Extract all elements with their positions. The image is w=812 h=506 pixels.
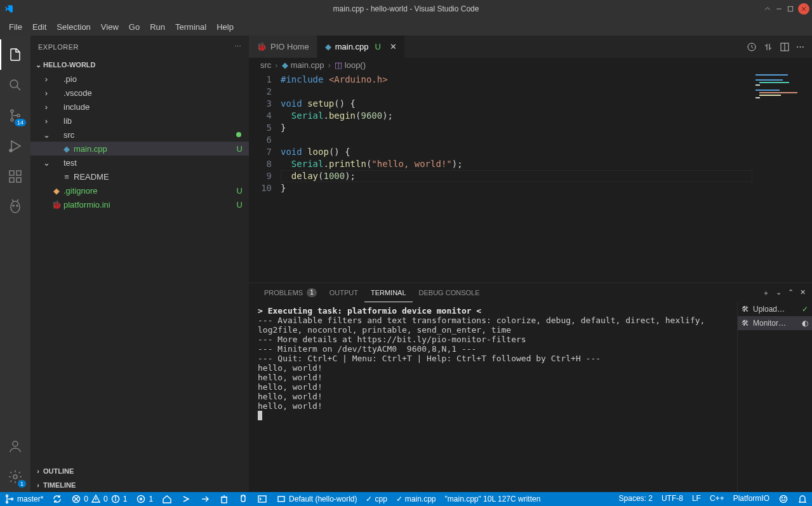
menu-run[interactable]: Run bbox=[145, 18, 170, 36]
svg-point-27 bbox=[11, 498, 13, 500]
maximize-icon[interactable] bbox=[787, 5, 794, 13]
terminal-dropdown-icon[interactable]: ⌄ bbox=[776, 288, 782, 298]
activity-settings[interactable]: 1 bbox=[0, 462, 30, 492]
new-terminal-icon[interactable]: ＋ bbox=[762, 288, 769, 298]
section-outline[interactable]: ›OUTLINE bbox=[30, 464, 249, 478]
status-platform[interactable]: PlatformIO bbox=[729, 494, 774, 503]
status-problems[interactable]: 0 0 1 bbox=[67, 492, 131, 506]
menu-terminal[interactable]: Terminal bbox=[170, 18, 211, 36]
svg-point-6 bbox=[11, 110, 13, 112]
panel-tab-debug-console[interactable]: DEBUG CONSOLE bbox=[413, 283, 486, 302]
symbol-icon: ◫ bbox=[335, 60, 342, 70]
project-header[interactable]: ⌄ HELLO-WORLD bbox=[30, 58, 249, 72]
folder-lib[interactable]: ›lib bbox=[30, 114, 249, 128]
menu-view[interactable]: View bbox=[96, 18, 124, 36]
minimize-icon[interactable] bbox=[775, 5, 783, 13]
svg-rect-45 bbox=[278, 496, 284, 502]
status-bar: master* 0 0 1 1 Default (hello-world) ✓ … bbox=[0, 492, 812, 506]
folder-include[interactable]: ›include bbox=[30, 100, 249, 114]
panel-tab-terminal[interactable]: TERMINAL bbox=[364, 283, 413, 302]
status-eol[interactable]: LF bbox=[688, 494, 705, 503]
activity-search[interactable] bbox=[0, 70, 30, 100]
status-pio-clean[interactable] bbox=[215, 492, 234, 506]
status-bell-icon[interactable] bbox=[793, 494, 812, 504]
svg-point-46 bbox=[780, 496, 787, 503]
cpp-icon: ◆ bbox=[282, 60, 288, 70]
folder-src[interactable]: ⌄src bbox=[30, 128, 249, 142]
folder-.vscode[interactable]: ›.vscode bbox=[30, 86, 249, 100]
minimap[interactable] bbox=[752, 72, 812, 283]
status-pio-monitor[interactable] bbox=[234, 492, 253, 506]
svg-rect-12 bbox=[17, 171, 21, 175]
activity-accounts[interactable] bbox=[0, 431, 30, 462]
timeline-icon[interactable] bbox=[747, 42, 757, 52]
activity-run-debug[interactable] bbox=[0, 131, 30, 161]
status-sync[interactable] bbox=[48, 492, 67, 506]
panel-tab-output[interactable]: OUTPUT bbox=[323, 283, 364, 302]
svg-marker-9 bbox=[11, 141, 20, 151]
svg-point-21 bbox=[13, 475, 17, 479]
activity-platformio[interactable] bbox=[0, 192, 30, 222]
status-ports[interactable]: 1 bbox=[131, 492, 157, 506]
svg-point-35 bbox=[138, 496, 145, 503]
menu-help[interactable]: Help bbox=[211, 18, 239, 36]
breadcrumbs[interactable]: src › ◆ main.cpp › ◫ loop() bbox=[249, 58, 812, 72]
tab-main.cpp[interactable]: ◆main.cppU✕ bbox=[317, 36, 405, 58]
file-README[interactable]: ≡README bbox=[30, 170, 249, 183]
breadcrumb-file[interactable]: main.cpp bbox=[291, 60, 324, 70]
file-main.cpp[interactable]: ◆main.cppU bbox=[30, 142, 249, 156]
menu-file[interactable]: File bbox=[4, 18, 27, 36]
svg-point-7 bbox=[11, 119, 13, 121]
breadcrumb-symbol[interactable]: loop() bbox=[345, 60, 366, 70]
layout-icon[interactable] bbox=[764, 5, 771, 13]
chevron-down-icon: ⌄ bbox=[33, 61, 43, 69]
file-platformio.ini[interactable]: 🐞platformio.iniU bbox=[30, 197, 249, 211]
activity-source-control[interactable]: 14 bbox=[0, 100, 30, 131]
status-check-cpp[interactable]: ✓ cpp bbox=[361, 492, 391, 506]
status-pio-home[interactable] bbox=[157, 492, 176, 506]
split-icon[interactable] bbox=[780, 42, 790, 52]
menu-selection[interactable]: Selection bbox=[51, 18, 95, 36]
close-icon[interactable] bbox=[798, 3, 809, 15]
status-pio-terminal[interactable] bbox=[253, 492, 272, 506]
terminal-output[interactable]: > Executing task: platformio device moni… bbox=[249, 302, 737, 492]
svg-point-26 bbox=[6, 502, 8, 503]
panel-up-icon[interactable]: ⌃ bbox=[788, 288, 794, 298]
svg-point-36 bbox=[140, 498, 142, 500]
tool-icon: 🛠 bbox=[742, 305, 749, 314]
activity-explorer[interactable] bbox=[0, 39, 30, 70]
file-.gitignore[interactable]: ◆.gitignoreU bbox=[30, 183, 249, 197]
status-pio-build[interactable] bbox=[176, 492, 196, 506]
activity-extensions[interactable] bbox=[0, 161, 30, 192]
terminal-entry-upload[interactable]: 🛠Upload…✓ bbox=[738, 302, 812, 316]
svg-rect-13 bbox=[10, 178, 14, 182]
status-feedback-icon[interactable] bbox=[774, 494, 793, 504]
status-language[interactable]: C++ bbox=[705, 494, 729, 503]
breadcrumb-folder[interactable]: src bbox=[260, 60, 271, 70]
status-encoding[interactable]: UTF-8 bbox=[657, 494, 688, 503]
panel-tabs: PROBLEMS1OUTPUTTERMINALDEBUG CONSOLE ＋ ⌄… bbox=[249, 283, 812, 302]
status-pio-upload[interactable] bbox=[196, 492, 215, 506]
activity-bar: 14 1 bbox=[0, 36, 30, 492]
compare-icon[interactable] bbox=[763, 42, 773, 52]
menu-edit[interactable]: Edit bbox=[27, 18, 51, 36]
status-check-file[interactable]: ✓ main.cpp bbox=[392, 492, 441, 506]
status-branch[interactable]: master* bbox=[0, 492, 48, 506]
svg-point-47 bbox=[782, 498, 783, 498]
status-env[interactable]: Default (hello-world) bbox=[272, 492, 361, 506]
folder-test[interactable]: ⌄test bbox=[30, 156, 249, 170]
code-editor[interactable]: 12345678910 #include <Arduino.h>void set… bbox=[249, 72, 812, 283]
terminal-entry-monitor[interactable]: 🛠Monitor…◐ bbox=[738, 316, 812, 330]
section-timeline[interactable]: ›TIMELINE bbox=[30, 478, 249, 492]
tab-close-icon[interactable]: ✕ bbox=[390, 42, 397, 51]
status-spaces[interactable]: Spaces: 2 bbox=[615, 494, 657, 503]
menu-go[interactable]: Go bbox=[124, 18, 145, 36]
panel-tab-problems[interactable]: PROBLEMS1 bbox=[258, 283, 323, 302]
folder-.pio[interactable]: ›.pio bbox=[30, 72, 249, 86]
tab-pio-home[interactable]: 🐞PIO Home bbox=[249, 36, 317, 58]
svg-line-19 bbox=[17, 199, 18, 201]
more-icon[interactable]: ⋯ bbox=[796, 42, 804, 51]
code-content[interactable]: #include <Arduino.h>void setup() { Seria… bbox=[281, 72, 812, 283]
panel-close-icon[interactable]: ✕ bbox=[800, 288, 806, 298]
sidebar-more-icon[interactable]: ⋯ bbox=[234, 43, 242, 51]
